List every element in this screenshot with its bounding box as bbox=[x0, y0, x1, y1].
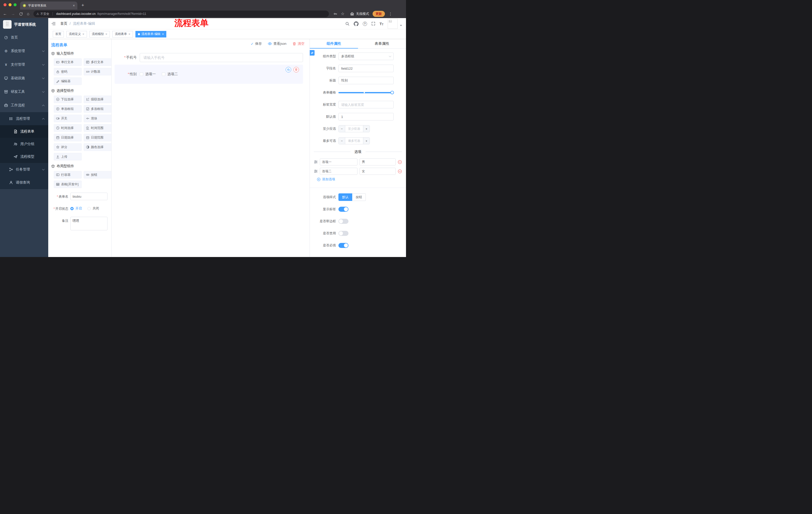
sidebar-item-user-groups[interactable]: 用户分组 bbox=[0, 138, 48, 151]
close-icon[interactable]: × bbox=[162, 32, 164, 36]
sidebar-item-system[interactable]: ⚙ 系统管理 bbox=[0, 44, 48, 58]
palette-item-radio-group[interactable]: 单选框组 bbox=[54, 105, 82, 113]
palette-item-upload[interactable]: 上传 bbox=[54, 153, 82, 160]
new-tab-button[interactable]: + bbox=[81, 2, 84, 8]
font-size-icon[interactable]: TT bbox=[380, 22, 383, 26]
slider-handle[interactable] bbox=[390, 91, 394, 94]
palette-item-switch[interactable]: 开关 bbox=[54, 115, 82, 122]
form-remark-textarea[interactable]: 嘿嘿 bbox=[70, 217, 108, 231]
browser-menu-icon[interactable]: ⋮ bbox=[388, 11, 393, 16]
phone-input[interactable] bbox=[140, 53, 303, 62]
sidebar-item-process-management[interactable]: 流程管理 bbox=[0, 112, 48, 125]
avatar[interactable] bbox=[388, 19, 398, 29]
tag-process-form[interactable]: 流程表单× bbox=[112, 31, 133, 37]
sidebar-item-process-model[interactable]: 流程模型 bbox=[0, 151, 48, 163]
radio-closed[interactable]: 关闭 bbox=[87, 206, 99, 211]
canvas-field-phone[interactable]: *手机号 bbox=[115, 53, 303, 62]
add-option-button[interactable]: 添加选项 bbox=[317, 177, 335, 182]
view-json-button[interactable]: 查看json bbox=[268, 42, 286, 46]
remove-option-icon[interactable] bbox=[398, 169, 402, 173]
default-value-input[interactable] bbox=[339, 113, 394, 120]
palette-item-select[interactable]: 下拉选择 bbox=[54, 96, 82, 103]
delete-component-button[interactable] bbox=[293, 67, 299, 73]
form-name-input[interactable] bbox=[70, 193, 108, 200]
fullscreen-icon[interactable] bbox=[371, 22, 375, 26]
remove-option-icon[interactable] bbox=[398, 160, 402, 164]
field-name-input[interactable] bbox=[339, 64, 394, 72]
canvas-field-gender-selected[interactable]: *性别 选项一 选项二 bbox=[115, 64, 303, 84]
sidebar-fold-icon[interactable] bbox=[51, 21, 56, 26]
increase-button[interactable]: + bbox=[363, 126, 370, 132]
palette-item-slider[interactable]: 滑块 bbox=[84, 115, 112, 122]
breadcrumb-home[interactable]: 首页 bbox=[60, 21, 67, 26]
style-button-button[interactable]: 按钮 bbox=[352, 193, 366, 201]
back-icon[interactable]: ← bbox=[3, 12, 7, 16]
palette-item-button[interactable]: 按钮 bbox=[84, 171, 112, 179]
drag-handle-icon[interactable] bbox=[314, 169, 318, 173]
palette-item-cascader[interactable]: 级联选择 bbox=[84, 96, 112, 103]
checkbox-box[interactable] bbox=[140, 73, 143, 76]
github-icon[interactable] bbox=[354, 21, 358, 26]
sidebar-logo[interactable]: 芋道管理系统 bbox=[0, 18, 48, 31]
sidebar-item-payment[interactable]: ¥ 支付管理 bbox=[0, 58, 48, 72]
gender-checkbox-option2[interactable]: 选项二 bbox=[162, 72, 178, 77]
decrease-button[interactable]: − bbox=[339, 138, 345, 144]
show-label-toggle[interactable] bbox=[339, 207, 348, 212]
option-value-input[interactable] bbox=[359, 158, 396, 165]
save-button[interactable]: ✓ 保存 bbox=[251, 42, 262, 46]
component-type-select[interactable]: 多选框组 bbox=[339, 53, 394, 60]
sidebar-item-leave-query[interactable]: 请假查询 bbox=[0, 176, 48, 189]
minimize-window-button[interactable] bbox=[8, 3, 11, 6]
palette-item-checkbox-group[interactable]: 多选框组 bbox=[84, 105, 112, 113]
border-toggle[interactable] bbox=[339, 219, 348, 224]
tab-component-props[interactable]: 组件属性 bbox=[310, 39, 358, 48]
help-icon[interactable]: ? bbox=[363, 22, 367, 26]
close-tab-icon[interactable]: × bbox=[73, 4, 75, 7]
radio-open[interactable]: 开启 bbox=[70, 206, 82, 211]
avatar-caret-icon[interactable] bbox=[400, 25, 402, 26]
title-input[interactable] bbox=[339, 77, 394, 84]
sidebar-item-home[interactable]: 首页 bbox=[0, 31, 48, 44]
gender-checkbox-option1[interactable]: 选项一 bbox=[140, 72, 156, 77]
tag-process-model[interactable]: 流程模型× bbox=[89, 31, 110, 37]
grid-slider[interactable] bbox=[339, 89, 394, 96]
checkbox-box[interactable] bbox=[162, 73, 165, 76]
palette-item-textarea[interactable]: 多行文本 bbox=[84, 58, 112, 66]
close-icon[interactable]: × bbox=[128, 32, 130, 36]
tab-form-props[interactable]: 表单属性 bbox=[358, 39, 406, 48]
bookmark-star-icon[interactable]: ☆ bbox=[341, 12, 344, 16]
sidebar-item-process-form[interactable]: 流程表单 bbox=[0, 125, 48, 138]
palette-item-counter[interactable]: 123 计数器 bbox=[84, 68, 112, 76]
required-toggle[interactable] bbox=[339, 243, 348, 248]
max-select-placeholder[interactable]: 最多可选 bbox=[345, 138, 363, 144]
palette-item-date-picker[interactable]: 日期选择 bbox=[54, 134, 82, 141]
label-width-input[interactable] bbox=[339, 101, 394, 108]
palette-item-table[interactable]: 表格[开发中] bbox=[54, 181, 82, 188]
browser-update-button[interactable]: 更新 bbox=[373, 11, 385, 17]
reload-icon[interactable] bbox=[19, 12, 23, 16]
zoom-window-button[interactable] bbox=[13, 3, 17, 6]
option-name-input[interactable] bbox=[320, 168, 357, 175]
disabled-toggle[interactable] bbox=[339, 231, 348, 236]
sidebar-item-devtools[interactable]: 研发工具 bbox=[0, 85, 48, 99]
palette-item-color-picker[interactable]: 颜色选择 bbox=[84, 143, 112, 151]
link-icon[interactable] bbox=[310, 50, 315, 56]
search-icon[interactable] bbox=[345, 22, 349, 26]
close-icon[interactable]: × bbox=[82, 32, 84, 36]
palette-item-date-range[interactable]: 日期范围 bbox=[84, 134, 112, 141]
home-icon[interactable]: ⌂ bbox=[27, 12, 29, 16]
browser-tab[interactable]: 芋道管理系统 × bbox=[20, 1, 77, 9]
security-status[interactable]: ⚠ 不安全 bbox=[36, 12, 50, 16]
password-key-icon[interactable] bbox=[334, 12, 338, 16]
address-bar[interactable]: ⚠ 不安全 dashboard.yudao.iocoder.cn/bpm/man… bbox=[33, 10, 329, 17]
increase-button[interactable]: + bbox=[363, 138, 370, 144]
option-name-input[interactable] bbox=[320, 158, 357, 165]
palette-item-single-line-text[interactable]: 单行文本 bbox=[54, 58, 82, 66]
palette-item-editor[interactable]: 编辑器 bbox=[54, 77, 82, 85]
clear-button[interactable]: 清空 bbox=[292, 42, 304, 46]
slider-track[interactable] bbox=[339, 92, 394, 93]
palette-item-time-range[interactable]: 时间范围 bbox=[84, 124, 112, 132]
copy-component-button[interactable] bbox=[286, 67, 291, 73]
palette-item-row-container[interactable]: 行容器 bbox=[54, 171, 82, 179]
forward-icon[interactable]: → bbox=[11, 12, 15, 16]
